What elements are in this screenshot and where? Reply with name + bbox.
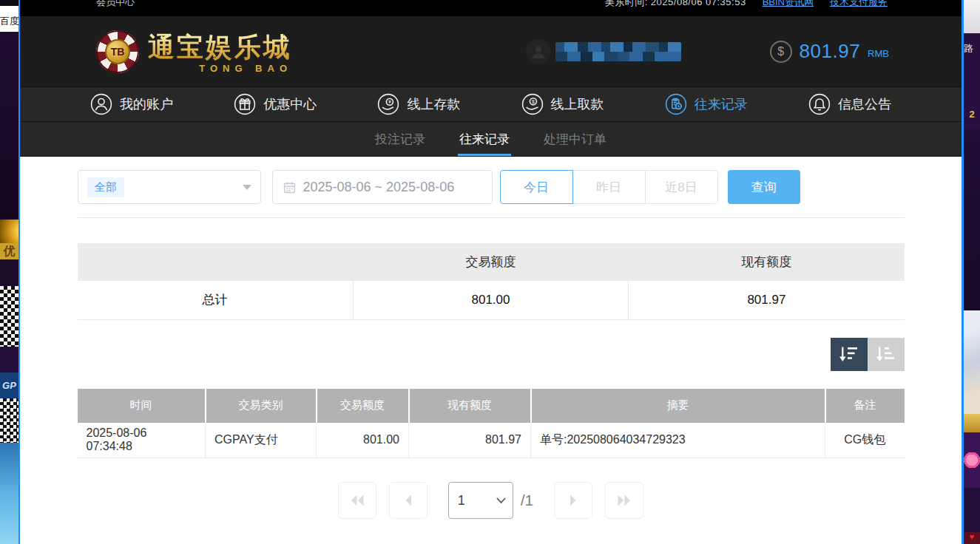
selected-type-tag: 全部: [87, 177, 124, 197]
yesterday-button[interactable]: 昨日: [572, 170, 646, 204]
records-table: 时间 交易类别 交易额度 现有额度 摘要 备注 2025-08-06 07:34…: [78, 389, 905, 459]
total-label: 总计: [78, 281, 354, 319]
gp-label: GP: [0, 373, 18, 398]
today-button[interactable]: 今日: [500, 170, 573, 204]
summary-table: 交易额度 现有额度 总计 801.00 801.97: [78, 243, 905, 320]
pagination: 1 /1: [78, 482, 905, 519]
bg-purple-strip: [964, 488, 980, 532]
records-icon: [665, 93, 687, 115]
sort-descending-button[interactable]: [831, 338, 868, 371]
svg-text:¥: ¥: [388, 99, 391, 104]
tab-betting-records[interactable]: 投注记录: [374, 122, 427, 156]
date-range-value: 2025-08-06 ~ 2025-08-06: [303, 180, 455, 195]
site-header: TB 通宝娱乐城 TONG BAO $ 801.97 RMB: [20, 16, 962, 86]
member-center-label: 会员中心: [96, 0, 135, 9]
nav-transaction-records[interactable]: 往来记录: [665, 93, 748, 115]
bg-purple-strip: [0, 32, 18, 220]
sort-ascending-button[interactable]: [868, 338, 905, 371]
dollar-circle-icon: $: [770, 41, 792, 63]
background-page-left: 百度 优 GP: [0, 0, 18, 544]
first-page-button[interactable]: [338, 482, 376, 519]
deposit-icon: ¥: [377, 93, 399, 115]
lu-label: 路: [964, 33, 980, 100]
summary-total-row: 总计 801.00 801.97: [78, 281, 905, 319]
record-subtabs: 投注记录 往来记录 处理中订单: [20, 122, 962, 157]
svg-text:$: $: [532, 99, 535, 104]
filter-bar: 全部 2025-08-06 ~ 2025-08-06 今日 昨日 近8日 查询: [78, 170, 905, 218]
content-area: 全部 2025-08-06 ~ 2025-08-06 今日 昨日 近8日 查询: [20, 157, 962, 544]
right-arrow-icon: [564, 491, 583, 510]
nav-deposit[interactable]: ¥ 线上存款: [377, 93, 460, 115]
blurred-username: [555, 42, 681, 61]
total-pages-label: /1: [521, 492, 534, 509]
last-page-button[interactable]: [605, 482, 643, 519]
casino-page: 会员中心 美东时间: 2025/08/06 07:35:53 BBIN资讯网 技…: [20, 0, 962, 544]
nav-withdraw[interactable]: $ 线上取款: [521, 93, 604, 115]
page-select-wrap: 1: [448, 482, 513, 519]
header-type: 交易类别: [206, 389, 317, 423]
top-info-bar: 会员中心 美东时间: 2025/08/06 07:35:53 BBIN资讯网 技…: [20, 0, 962, 16]
date-range-input[interactable]: 2025-08-06 ~ 2025-08-06: [272, 170, 493, 204]
account-area: $ 801.97 RMB: [526, 39, 889, 64]
calendar-icon: [283, 181, 296, 194]
header-summary: 摘要: [531, 389, 825, 423]
bg-purple-strip: [964, 129, 980, 310]
next-page-button[interactable]: [554, 482, 592, 519]
bbin-news-link[interactable]: BBIN资讯网: [763, 0, 814, 9]
header-current-balance: 现有额度: [409, 389, 531, 423]
withdraw-icon: $: [521, 93, 544, 115]
heart-graphic: ♥: [964, 532, 980, 544]
candy-graphic: [964, 432, 980, 488]
site-subtitle: TONG BAO: [199, 63, 292, 74]
page-select[interactable]: 1: [448, 482, 513, 519]
double-left-arrow-icon: [348, 491, 367, 510]
cartoon-graphic: [0, 443, 18, 544]
gold-text-graphic: 2: [964, 100, 980, 129]
window-border-right[interactable]: [962, 0, 964, 544]
summary-header-transaction: 交易额度: [353, 243, 629, 281]
you-label: 优: [0, 243, 18, 259]
bg-purple-strip: [0, 347, 18, 373]
qr-code-graphic: [0, 398, 18, 443]
summary-header-empty: [78, 243, 354, 281]
qr-code-graphic: [0, 286, 18, 347]
header-transaction-amount: 交易额度: [317, 389, 409, 423]
left-arrow-icon: [399, 491, 418, 510]
quick-date-group: 今日 昨日 近8日: [500, 170, 718, 204]
balance-currency: RMB: [868, 48, 889, 59]
tab-pending-orders[interactable]: 处理中订单: [542, 122, 608, 156]
server-time: 美东时间: 2025/08/06 07:35:53: [605, 0, 746, 9]
previous-page-button[interactable]: [389, 482, 428, 519]
background-page-right: 路 2 ♥: [964, 0, 980, 544]
header-remark: 备注: [825, 389, 905, 423]
cell-time: 2025-08-06 07:34:48: [78, 423, 206, 458]
site-title: 通宝娱乐城: [148, 30, 292, 66]
total-balance: 801.97: [629, 281, 905, 319]
sort-ascending-icon: [876, 346, 896, 363]
type-select[interactable]: 全部: [78, 170, 261, 204]
nav-announcements[interactable]: 信息公告: [808, 93, 891, 115]
wallet-balance[interactable]: $ 801.97 RMB: [770, 40, 889, 63]
tech-support-link[interactable]: 技术支付服务: [830, 0, 888, 9]
main-nav: 我的账户 优惠中心 ¥ 线上存款 $ 线上取款 往来记录 信息公告: [20, 86, 962, 122]
chevron-down-icon: [243, 185, 251, 190]
last-8-days-button[interactable]: 近8日: [645, 170, 718, 204]
bg-dark-corner: [0, 0, 18, 6]
bg-light-strip: [964, 0, 980, 33]
double-right-arrow-icon: [615, 491, 634, 510]
tab-transaction-records[interactable]: 往来记录: [458, 122, 511, 156]
bell-icon: [808, 93, 831, 115]
cell-remark: CG钱包: [825, 423, 905, 458]
cell-type: CGPAY支付: [206, 423, 317, 458]
nav-my-account[interactable]: 我的账户: [90, 93, 173, 115]
account-icon: [90, 93, 112, 115]
window-border-left: [18, 0, 20, 544]
site-logo[interactable]: TB 通宝娱乐城 TONG BAO: [96, 30, 292, 74]
query-button[interactable]: 查询: [728, 170, 800, 204]
records-header-row: 时间 交易类别 交易额度 现有额度 摘要 备注: [78, 389, 905, 423]
cell-current-balance: 801.97: [409, 423, 531, 458]
gold-strip-graphic: [964, 414, 980, 432]
cell-transaction-amount: 801.00: [317, 423, 409, 458]
nav-promotions[interactable]: 优惠中心: [234, 93, 317, 115]
balance-amount: 801.97: [800, 40, 861, 63]
